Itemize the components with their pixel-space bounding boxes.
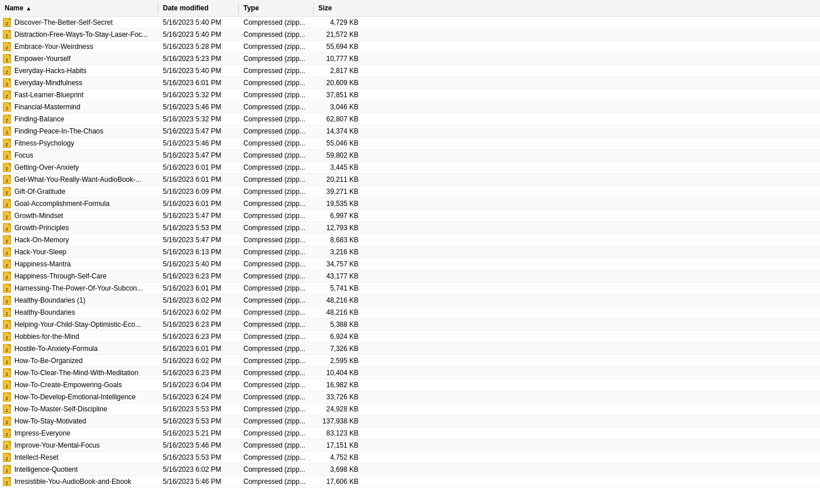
zip-file-icon <box>2 332 12 341</box>
table-row[interactable]: Happiness-Mantra5/16/2023 5:40 PMCompres… <box>0 258 820 270</box>
header-type-label: Type <box>243 4 259 12</box>
table-row[interactable]: Intelligence-Quotient5/16/2023 6:02 PMCo… <box>0 464 820 476</box>
zip-file-icon <box>2 199 12 208</box>
file-type: Compressed (zipp... <box>239 41 314 52</box>
table-row[interactable]: Hack-On-Memory5/16/2023 5:47 PMCompresse… <box>0 234 820 246</box>
file-size: 17,151 KB <box>314 440 365 450</box>
table-row[interactable]: How-To-Be-Organized5/16/2023 6:02 PMComp… <box>0 355 820 367</box>
table-row[interactable]: Finding-Balance5/16/2023 5:32 PMCompress… <box>0 113 820 125</box>
file-type: Compressed (zipp... <box>239 174 314 185</box>
file-name-text: Gift-Of-Gratitude <box>14 188 66 196</box>
header-type[interactable]: Type <box>239 2 314 14</box>
file-date: 5/16/2023 6:01 PM <box>158 78 239 88</box>
file-name-text: How-To-Stay-Motivated <box>14 417 86 425</box>
table-row[interactable]: Empower-Yourself5/16/2023 5:23 PMCompres… <box>0 53 820 65</box>
table-row[interactable]: Getting-Over-Anxiety5/16/2023 6:01 PMCom… <box>0 162 820 174</box>
file-name-cell: How-To-Clear-The-Mind-With-Meditation <box>0 367 158 379</box>
table-row[interactable]: Fast-Learner-Blueprint5/16/2023 5:32 PMC… <box>0 89 820 101</box>
file-type: Compressed (zipp... <box>239 90 314 100</box>
table-row[interactable]: Goal-Accomplishment-Formula5/16/2023 6:0… <box>0 198 820 210</box>
file-name-cell: How-To-Create-Empowering-Goals <box>0 379 158 391</box>
header-date[interactable]: Date modified <box>158 2 239 14</box>
file-name-text: Harnessing-The-Power-Of-Your-Subcon... <box>14 284 143 292</box>
table-row[interactable]: Healthy-Boundaries (1)5/16/2023 6:02 PMC… <box>0 295 820 307</box>
file-name-cell: Helping-Your-Child-Stay-Optimistic-Eco..… <box>0 319 158 330</box>
file-name-text: Happiness-Through-Self-Care <box>14 272 106 280</box>
table-row[interactable]: Happiness-Through-Self-Care5/16/2023 6:2… <box>0 270 820 282</box>
file-size: 8,683 KB <box>314 235 365 245</box>
file-date: 5/16/2023 6:23 PM <box>158 319 239 330</box>
zip-file-icon <box>2 417 12 426</box>
table-row[interactable]: How-To-Master-Self-Discipline5/16/2023 5… <box>0 403 820 415</box>
zip-file-icon <box>2 259 12 269</box>
table-row[interactable]: Gift-Of-Gratitude5/16/2023 6:09 PMCompre… <box>0 186 820 198</box>
file-type: Compressed (zipp... <box>239 78 314 88</box>
table-row[interactable]: How-To-Create-Empowering-Goals5/16/2023 … <box>0 379 820 391</box>
file-name-cell: How-To-Develop-Emotional-Intelligence <box>0 391 158 403</box>
table-row[interactable]: Embrace-Your-Weirdness5/16/2023 5:28 PMC… <box>0 41 820 53</box>
table-row[interactable]: Helping-Your-Child-Stay-Optimistic-Eco..… <box>0 319 820 331</box>
file-type: Compressed (zipp... <box>239 162 314 173</box>
table-row[interactable]: Focus5/16/2023 5:47 PMCompressed (zipp..… <box>0 150 820 162</box>
table-row[interactable]: Everyday-Mindfulness5/16/2023 6:01 PMCom… <box>0 77 820 89</box>
table-row[interactable]: Discover-The-Better-Self-Secret5/16/2023… <box>0 17 820 29</box>
table-row[interactable]: Improve-Your-Mental-Focus5/16/2023 5:46 … <box>0 440 820 452</box>
table-row[interactable]: Impress-Everyone5/16/2023 5:21 PMCompres… <box>0 427 820 440</box>
file-explorer[interactable]: Name ▲ Date modified Type Size Discover-… <box>0 0 820 504</box>
header-size[interactable]: Size <box>314 2 365 14</box>
file-type: Compressed (zipp... <box>239 29 314 40</box>
table-row[interactable]: Distraction-Free-Ways-To-Stay-Laser-Foc.… <box>0 29 820 41</box>
table-row[interactable]: Finding-Peace-In-The-Chaos5/16/2023 5:47… <box>0 125 820 138</box>
file-type: Compressed (zipp... <box>239 138 314 148</box>
file-type: Compressed (zipp... <box>239 380 314 390</box>
table-row[interactable]: Hostile-To-Anxiety-Formula5/16/2023 6:01… <box>0 343 820 355</box>
table-row[interactable]: How-To-Clear-The-Mind-With-Meditation5/1… <box>0 367 820 379</box>
table-row[interactable]: How-To-Stay-Motivated5/16/2023 5:53 PMCo… <box>0 415 820 427</box>
table-row[interactable]: Growth-Mindset5/16/2023 5:47 PMCompresse… <box>0 210 820 222</box>
header-name[interactable]: Name ▲ <box>0 2 158 14</box>
table-row[interactable]: How-To-Develop-Emotional-Intelligence5/1… <box>0 391 820 403</box>
table-row[interactable]: Everyday-Hacks-Habits5/16/2023 5:40 PMCo… <box>0 65 820 77</box>
file-date: 5/16/2023 6:23 PM <box>158 271 239 281</box>
zip-file-icon <box>2 368 12 377</box>
file-name-text: Get-What-You-Really-Want-AudioBook-... <box>14 175 142 184</box>
zip-file-icon <box>2 54 12 63</box>
table-row[interactable]: Irresistible-You-AudioBook-and-Ebook5/16… <box>0 476 820 488</box>
zip-file-icon <box>2 453 12 462</box>
file-name-text: How-To-Clear-The-Mind-With-Meditation <box>14 369 138 377</box>
file-type: Compressed (zipp... <box>239 259 314 269</box>
zip-file-icon <box>2 272 12 281</box>
table-row[interactable]: Fitness-Psychology5/16/2023 5:46 PMCompr… <box>0 138 820 150</box>
file-date: 5/16/2023 6:01 PM <box>158 162 239 173</box>
file-size: 37,851 KB <box>314 90 365 100</box>
zip-file-icon <box>2 18 12 27</box>
file-date: 5/16/2023 6:01 PM <box>158 343 239 354</box>
file-type: Compressed (zipp... <box>239 319 314 330</box>
file-name-text: Hack-On-Memory <box>14 236 69 244</box>
file-size: 137,938 KB <box>314 416 365 426</box>
table-row[interactable]: Hack-Your-Sleep5/16/2023 6:13 PMCompress… <box>0 246 820 258</box>
zip-file-icon <box>2 392 12 402</box>
table-row[interactable]: Hobbies-for-the-Mind5/16/2023 6:23 PMCom… <box>0 331 820 343</box>
file-date: 5/16/2023 6:24 PM <box>158 392 239 402</box>
file-date: 5/16/2023 5:32 PM <box>158 90 239 100</box>
file-date: 5/16/2023 5:53 PM <box>158 416 239 426</box>
table-row[interactable]: Growth-Principles5/16/2023 5:53 PMCompre… <box>0 222 820 234</box>
table-row[interactable]: Healthy-Boundaries5/16/2023 6:02 PMCompr… <box>0 307 820 319</box>
file-name-text: Irresistible-You-AudioBook-and-Ebook <box>14 478 131 486</box>
file-name-text: Healthy-Boundaries (1) <box>14 296 85 304</box>
file-type: Compressed (zipp... <box>239 307 314 318</box>
table-row[interactable]: Intellect-Reset5/16/2023 5:53 PMCompress… <box>0 452 820 464</box>
file-name-cell: Improve-Your-Mental-Focus <box>0 440 158 451</box>
table-row[interactable]: Financial-Mastermind5/16/2023 5:46 PMCom… <box>0 101 820 113</box>
file-date: 5/16/2023 5:46 PM <box>158 476 239 487</box>
file-size: 7,326 KB <box>314 343 365 354</box>
file-type: Compressed (zipp... <box>239 247 314 257</box>
file-name-cell: Distraction-Free-Ways-To-Stay-Laser-Foc.… <box>0 29 158 40</box>
file-name-cell: How-To-Stay-Motivated <box>0 415 158 427</box>
table-row[interactable]: Get-What-You-Really-Want-AudioBook-...5/… <box>0 174 820 186</box>
table-row[interactable]: Harnessing-The-Power-Of-Your-Subcon...5/… <box>0 282 820 295</box>
file-name-text: Intelligence-Quotient <box>14 465 78 474</box>
file-name-cell: Happiness-Through-Self-Care <box>0 270 158 282</box>
file-date: 5/16/2023 5:47 PM <box>158 235 239 245</box>
